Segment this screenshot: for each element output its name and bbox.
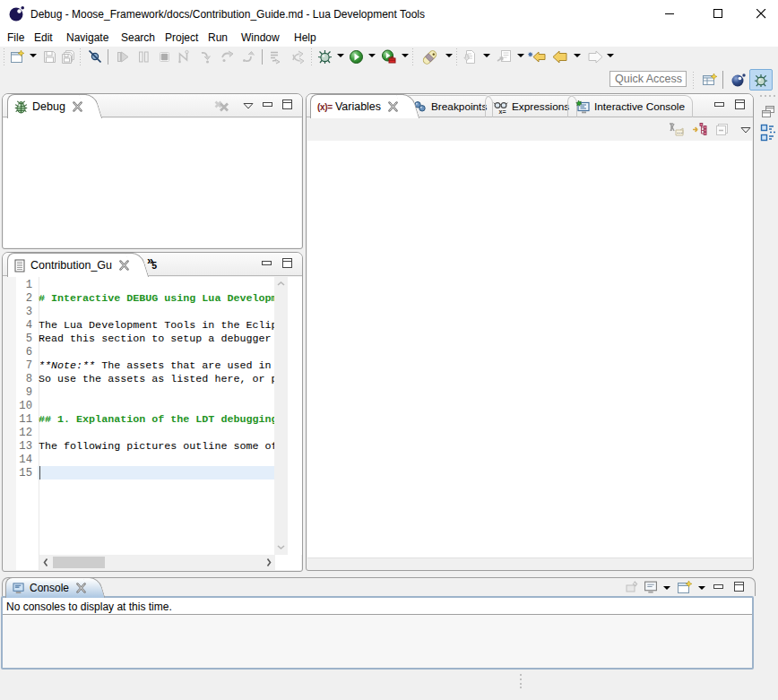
svg-text:x=: x= [499,108,506,114]
